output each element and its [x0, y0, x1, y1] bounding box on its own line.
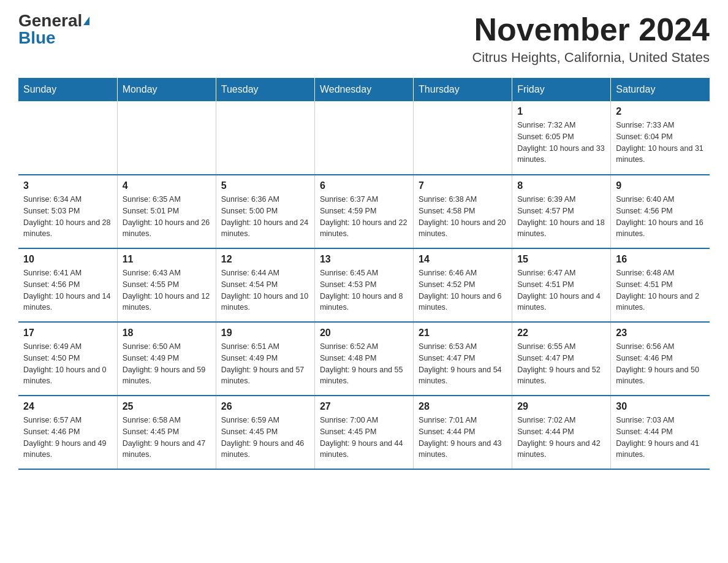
calendar-cell: 8Sunrise: 6:39 AMSunset: 4:57 PMDaylight… — [512, 175, 611, 248]
day-number: 4 — [123, 180, 211, 191]
calendar-cell: 13Sunrise: 6:45 AMSunset: 4:53 PMDayligh… — [314, 248, 413, 322]
calendar-cell: 14Sunrise: 6:46 AMSunset: 4:52 PMDayligh… — [414, 248, 512, 322]
day-number: 24 — [23, 401, 112, 412]
day-number: 5 — [221, 180, 309, 191]
header-thursday: Thursday — [414, 78, 512, 101]
day-number: 6 — [320, 180, 408, 191]
calendar-week-row: 3Sunrise: 6:34 AMSunset: 5:03 PMDaylight… — [18, 175, 710, 248]
header-monday: Monday — [117, 78, 216, 101]
day-number: 16 — [616, 254, 705, 265]
day-number: 29 — [517, 401, 605, 412]
calendar-body: 1Sunrise: 7:32 AMSunset: 6:05 PMDaylight… — [18, 101, 710, 469]
day-info: Sunrise: 6:37 AMSunset: 4:59 PMDaylight:… — [320, 194, 408, 240]
day-info: Sunrise: 6:49 AMSunset: 4:50 PMDaylight:… — [23, 341, 112, 387]
day-info: Sunrise: 6:36 AMSunset: 5:00 PMDaylight:… — [221, 194, 309, 240]
calendar-cell: 17Sunrise: 6:49 AMSunset: 4:50 PMDayligh… — [18, 322, 117, 396]
day-info: Sunrise: 7:00 AMSunset: 4:45 PMDaylight:… — [320, 415, 408, 461]
day-info: Sunrise: 6:48 AMSunset: 4:51 PMDaylight:… — [616, 267, 705, 313]
day-info: Sunrise: 6:44 AMSunset: 4:54 PMDaylight:… — [221, 267, 309, 313]
day-info: Sunrise: 6:53 AMSunset: 4:47 PMDaylight:… — [419, 341, 507, 387]
day-number: 25 — [123, 401, 211, 412]
calendar-cell — [414, 101, 512, 175]
calendar-table: SundayMondayTuesdayWednesdayThursdayFrid… — [18, 78, 710, 470]
calendar-cell: 6Sunrise: 6:37 AMSunset: 4:59 PMDaylight… — [314, 175, 413, 248]
day-number: 7 — [419, 180, 507, 191]
calendar-cell: 23Sunrise: 6:56 AMSunset: 4:46 PMDayligh… — [611, 322, 710, 396]
day-info: Sunrise: 6:51 AMSunset: 4:49 PMDaylight:… — [221, 341, 309, 387]
day-number: 8 — [517, 180, 605, 191]
calendar-cell: 19Sunrise: 6:51 AMSunset: 4:49 PMDayligh… — [216, 322, 314, 396]
day-info: Sunrise: 6:50 AMSunset: 4:49 PMDaylight:… — [123, 341, 211, 387]
header-saturday: Saturday — [611, 78, 710, 101]
calendar-cell: 30Sunrise: 7:03 AMSunset: 4:44 PMDayligh… — [611, 396, 710, 469]
calendar-cell: 22Sunrise: 6:55 AMSunset: 4:47 PMDayligh… — [512, 322, 611, 396]
calendar-cell — [18, 101, 117, 175]
day-number: 18 — [123, 327, 211, 339]
day-info: Sunrise: 6:55 AMSunset: 4:47 PMDaylight:… — [517, 341, 605, 387]
header-tuesday: Tuesday — [216, 78, 314, 101]
calendar-week-row: 1Sunrise: 7:32 AMSunset: 6:05 PMDaylight… — [18, 101, 710, 175]
calendar-week-row: 17Sunrise: 6:49 AMSunset: 4:50 PMDayligh… — [18, 322, 710, 396]
day-info: Sunrise: 6:43 AMSunset: 4:55 PMDaylight:… — [123, 267, 211, 313]
calendar-cell: 15Sunrise: 6:47 AMSunset: 4:51 PMDayligh… — [512, 248, 611, 322]
day-number: 11 — [123, 254, 211, 265]
day-number: 23 — [616, 327, 705, 339]
calendar-cell: 10Sunrise: 6:41 AMSunset: 4:56 PMDayligh… — [18, 248, 117, 322]
day-info: Sunrise: 7:01 AMSunset: 4:44 PMDaylight:… — [419, 415, 507, 461]
day-number: 28 — [419, 401, 507, 412]
day-info: Sunrise: 6:40 AMSunset: 4:56 PMDaylight:… — [616, 194, 705, 240]
calendar-cell: 25Sunrise: 6:58 AMSunset: 4:45 PMDayligh… — [117, 396, 216, 469]
header-row: SundayMondayTuesdayWednesdayThursdayFrid… — [18, 78, 710, 101]
day-number: 26 — [221, 401, 309, 412]
calendar-cell: 7Sunrise: 6:38 AMSunset: 4:58 PMDaylight… — [414, 175, 512, 248]
day-info: Sunrise: 7:32 AMSunset: 6:05 PMDaylight:… — [517, 120, 605, 166]
calendar-week-row: 24Sunrise: 6:57 AMSunset: 4:46 PMDayligh… — [18, 396, 710, 469]
logo-blue: Blue — [18, 29, 56, 47]
logo: General Blue — [18, 12, 89, 47]
day-number: 30 — [616, 401, 705, 412]
calendar-cell: 4Sunrise: 6:35 AMSunset: 5:01 PMDaylight… — [117, 175, 216, 248]
day-number: 2 — [616, 106, 705, 117]
day-number: 10 — [23, 254, 112, 265]
day-info: Sunrise: 6:47 AMSunset: 4:51 PMDaylight:… — [517, 267, 605, 313]
day-number: 20 — [320, 327, 408, 339]
day-number: 1 — [517, 106, 605, 117]
calendar-cell: 18Sunrise: 6:50 AMSunset: 4:49 PMDayligh… — [117, 322, 216, 396]
header-sunday: Sunday — [18, 78, 117, 101]
day-number: 19 — [221, 327, 309, 339]
calendar-cell — [216, 101, 314, 175]
day-info: Sunrise: 7:03 AMSunset: 4:44 PMDaylight:… — [616, 415, 705, 461]
calendar-cell: 28Sunrise: 7:01 AMSunset: 4:44 PMDayligh… — [414, 396, 512, 469]
calendar-cell: 20Sunrise: 6:52 AMSunset: 4:48 PMDayligh… — [314, 322, 413, 396]
calendar-cell: 1Sunrise: 7:32 AMSunset: 6:05 PMDaylight… — [512, 101, 611, 175]
day-info: Sunrise: 7:33 AMSunset: 6:04 PMDaylight:… — [616, 120, 705, 166]
calendar-cell: 3Sunrise: 6:34 AMSunset: 5:03 PMDaylight… — [18, 175, 117, 248]
day-info: Sunrise: 6:34 AMSunset: 5:03 PMDaylight:… — [23, 194, 112, 240]
day-number: 22 — [517, 327, 605, 339]
day-number: 15 — [517, 254, 605, 265]
day-info: Sunrise: 7:02 AMSunset: 4:44 PMDaylight:… — [517, 415, 605, 461]
calendar-title: November 2024 — [472, 12, 710, 47]
day-number: 27 — [320, 401, 408, 412]
day-number: 17 — [23, 327, 112, 339]
day-number: 9 — [616, 180, 705, 191]
calendar-cell: 5Sunrise: 6:36 AMSunset: 5:00 PMDaylight… — [216, 175, 314, 248]
calendar-cell: 24Sunrise: 6:57 AMSunset: 4:46 PMDayligh… — [18, 396, 117, 469]
calendar-week-row: 10Sunrise: 6:41 AMSunset: 4:56 PMDayligh… — [18, 248, 710, 322]
header-friday: Friday — [512, 78, 611, 101]
calendar-cell: 29Sunrise: 7:02 AMSunset: 4:44 PMDayligh… — [512, 396, 611, 469]
day-number: 14 — [419, 254, 507, 265]
calendar-subtitle: Citrus Heights, California, United State… — [472, 50, 710, 66]
calendar-cell: 2Sunrise: 7:33 AMSunset: 6:04 PMDaylight… — [611, 101, 710, 175]
calendar-cell: 27Sunrise: 7:00 AMSunset: 4:45 PMDayligh… — [314, 396, 413, 469]
header-wednesday: Wednesday — [314, 78, 413, 101]
calendar-cell: 16Sunrise: 6:48 AMSunset: 4:51 PMDayligh… — [611, 248, 710, 322]
day-info: Sunrise: 6:35 AMSunset: 5:01 PMDaylight:… — [123, 194, 211, 240]
calendar-cell: 9Sunrise: 6:40 AMSunset: 4:56 PMDaylight… — [611, 175, 710, 248]
day-number: 12 — [221, 254, 309, 265]
logo-general: General — [18, 12, 82, 29]
day-info: Sunrise: 6:38 AMSunset: 4:58 PMDaylight:… — [419, 194, 507, 240]
title-block: November 2024 Citrus Heights, California… — [472, 12, 710, 66]
day-number: 3 — [23, 180, 112, 191]
day-info: Sunrise: 6:46 AMSunset: 4:52 PMDaylight:… — [419, 267, 507, 313]
